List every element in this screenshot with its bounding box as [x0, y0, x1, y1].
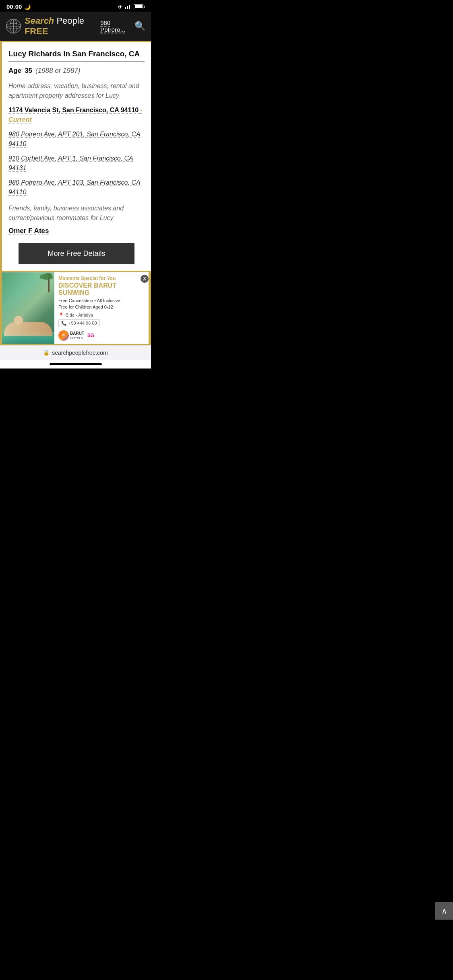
close-ad-button[interactable]: X	[141, 275, 149, 283]
globe-icon	[6, 17, 21, 35]
ad-phone[interactable]: 📞 +90 444 96 00	[58, 319, 100, 327]
location-pin-icon: 📍	[58, 313, 64, 318]
status-icons	[118, 3, 145, 10]
search-text-header[interactable]: 980 Potrero...	[100, 19, 131, 33]
address-past-2[interactable]: 910 Corbett Ave, APT 1, San Francisco, C…	[8, 154, 145, 173]
more-details-button[interactable]: More Free Details	[19, 243, 134, 264]
moon-icon	[24, 3, 31, 10]
address-past-3[interactable]: 980 Potrero Ave, APT 103, San Francisco,…	[8, 178, 145, 197]
title-people: People	[54, 16, 84, 26]
search-icon[interactable]: 🔍	[134, 21, 145, 31]
yellow-stripe	[149, 272, 151, 344]
home-indicator	[0, 360, 151, 369]
barut-logo-icon: B	[58, 330, 69, 341]
person-card: Lucy Richards in San Francisco, CA Age 3…	[0, 41, 151, 272]
ad-content: Moments Special for You DISCOVER BARUT S…	[54, 272, 149, 344]
search-bar-header[interactable]: 980 Potrero... 🔍	[100, 19, 145, 33]
address-current[interactable]: 1174 Valencia St, San Francisco, CA 9411…	[8, 105, 145, 125]
sunwing-logo: 5G	[87, 332, 94, 338]
ad-location: 📍 Side - Antalya	[58, 313, 145, 318]
age-label: Age	[8, 67, 21, 75]
ad-brand: DISCOVER BARUT SUNWING	[58, 282, 145, 296]
url-bar: 🔒 searchpeoplefree.com	[0, 345, 151, 360]
age-years: (1988 or 1987)	[35, 67, 81, 75]
age-row: Age 35 (1988 or 1987)	[8, 67, 145, 75]
ad-image	[2, 272, 54, 344]
status-bar: 00:00	[0, 0, 151, 12]
nav-bar: Search People FREE 980 Potrero... 🔍	[0, 12, 151, 41]
associate-name-1[interactable]: Omer F Ates	[8, 227, 145, 235]
time-display: 00:00	[6, 3, 22, 10]
title-search: Search	[25, 16, 54, 26]
person-name: Lucy Richards in San Francisco, CA	[8, 49, 145, 62]
logo-area: Search People FREE	[6, 16, 100, 37]
title-free: FREE	[25, 26, 48, 36]
lock-icon: 🔒	[43, 350, 50, 356]
barut-logo-text: BARUTHOTELS	[70, 331, 84, 340]
url-text: searchpeoplefree.com	[52, 350, 108, 356]
battery-icon	[134, 4, 145, 9]
ad-tagline: Moments Special for You	[58, 276, 145, 281]
ad-details: Free Cancellation • All InclusiveFree fo…	[58, 298, 145, 310]
address-past-1[interactable]: 980 Potrero Ave, APT 201, San Francisco,…	[8, 130, 145, 149]
wifi-icon	[125, 4, 131, 9]
associates-description: Friends, family, business associates and…	[8, 204, 145, 223]
ad-logos: B BARUTHOTELS 5G	[58, 330, 145, 341]
address-text-1: 1174 Valencia St, San Francisco, CA 9411…	[8, 107, 141, 113]
age-value: 35	[25, 67, 32, 75]
address-description: Home address, vacation, business, rental…	[8, 81, 145, 101]
home-bar	[50, 363, 102, 365]
ad-banner: Moments Special for You DISCOVER BARUT S…	[0, 272, 151, 345]
airplane-icon	[118, 3, 122, 10]
phone-icon: 📞	[61, 321, 67, 326]
app-title: Search People FREE	[25, 16, 100, 37]
